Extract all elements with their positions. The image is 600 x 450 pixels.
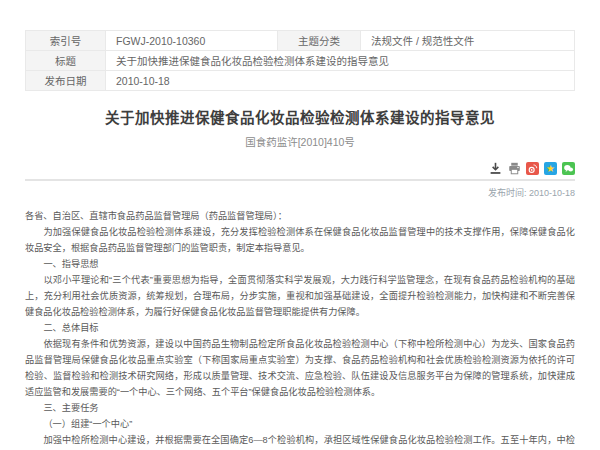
qzone-share-icon[interactable]: ★ (544, 162, 557, 175)
header-divider (25, 179, 575, 181)
paragraph-guiding-ideology: 以邓小平理论和“三个代表”重要思想为指导，全面贯彻落实科学发展观，大力践行科学监… (25, 272, 575, 320)
download-icon[interactable] (488, 161, 502, 175)
meta-value-topic-category: 法规文件 / 规范性文件 (361, 31, 575, 51)
subsection-heading-one-center: （一）组建“一个中心” (25, 416, 575, 432)
section-heading-3: 三、主要任务 (25, 400, 575, 416)
table-row: 标题 关于加快推进保健食品化妆品检验检测体系建设的指导意见 (26, 51, 575, 71)
paragraph-intro: 为加强保健食品化妆品检验检测体系建设，充分发挥检验检测体系在保健食品化妆品监督管… (25, 224, 575, 256)
document-meta-table: 索引号 FGWJ-2010-10360 主题分类 法规文件 / 规范性文件 标题… (25, 30, 575, 91)
document-page: 索引号 FGWJ-2010-10360 主题分类 法规文件 / 规范性文件 标题… (0, 0, 600, 450)
article-body: 各省、自治区、直辖市食品药品监督管理局（药品监督管理局）： 为加强保健食品化妆品… (25, 208, 575, 450)
meta-label-index-number: 索引号 (26, 31, 106, 51)
table-row: 索引号 FGWJ-2010-10360 主题分类 法规文件 / 规范性文件 (26, 31, 575, 51)
paragraph-overall-goal: 依据现有条件和优势资源，建设以中国药品生物制品检定所食品化妆品检验检测中心（下称… (25, 336, 575, 400)
star-icon: ★ (546, 162, 555, 175)
meta-label-topic-category: 主题分类 (278, 31, 361, 51)
meta-value-title: 关于加快推进保健食品化妆品检验检测体系建设的指导意见 (106, 51, 575, 71)
paragraph-salutation: 各省、自治区、直辖市食品药品监督管理局（药品监督管理局）： (25, 208, 575, 224)
publish-time-value: 2010-10-18 (529, 188, 575, 198)
page-title: 关于加快推进保健食品化妆品检验检测体系建设的指导意见 (25, 106, 575, 127)
document-number: 国食药监许[2010]410号 (25, 134, 575, 149)
weibo-share-icon[interactable] (526, 162, 539, 175)
table-row: 发布日期 2010-10-18 (26, 71, 575, 91)
wechat-share-icon[interactable] (562, 162, 575, 175)
section-heading-1: 一、指导思想 (25, 256, 575, 272)
article-toolbar: ★ (25, 161, 575, 175)
paragraph-main-task: 加强中检所检测中心建设，并根据需要在全国确定6—8个检验机构，承担区域性保健食品… (25, 432, 575, 450)
meta-value-publish-date: 2010-10-18 (106, 71, 575, 91)
meta-label-title: 标题 (26, 51, 106, 71)
section-heading-2: 二、总体目标 (25, 320, 575, 336)
meta-label-publish-date: 发布日期 (26, 71, 106, 91)
publish-time: 发布时间: 2010-10-18 (25, 186, 575, 199)
meta-value-index-number: FGWJ-2010-10360 (106, 31, 278, 51)
publish-time-label: 发布时间: (488, 188, 527, 198)
print-icon[interactable] (507, 161, 521, 175)
